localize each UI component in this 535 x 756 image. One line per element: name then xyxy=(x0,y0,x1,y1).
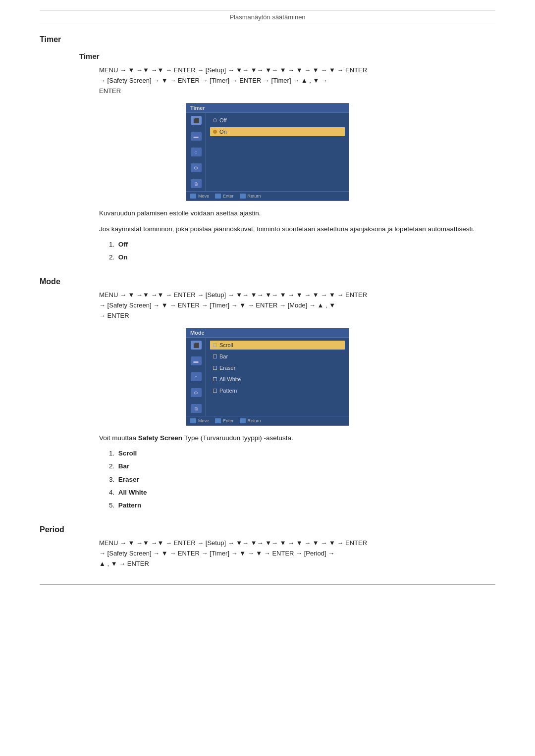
mode-option-pattern[interactable]: Pattern xyxy=(210,386,345,395)
mode-bottom-move: Move xyxy=(190,418,209,423)
mode-icon-1: ⬛ xyxy=(191,341,202,350)
timer-nav-text: MENU → ▼ →▼ →▼ → ENTER → [Setup] → ▼→ ▼→… xyxy=(99,65,495,96)
mode-option-scroll[interactable]: Scroll xyxy=(210,341,345,350)
mode-list-item-2: 2. Bar xyxy=(109,461,495,471)
timer-bottom-move: Move xyxy=(190,194,209,199)
mode-menu-title: Mode xyxy=(186,328,349,338)
timer-sub-heading: Timer xyxy=(79,52,495,60)
timer-menu-title: Timer xyxy=(186,103,349,113)
mode-bottom-bar: Move Enter Return xyxy=(186,416,349,425)
mode-nav-text: MENU → ▼ →▼ →▼ → ENTER → [Setup] → ▼→ ▼→… xyxy=(99,290,495,321)
timer-list-item-2: 2. On xyxy=(109,252,495,262)
mode-option-allwhite[interactable]: All White xyxy=(210,375,345,384)
mode-list-item-4: 4. All White xyxy=(109,488,495,498)
timer-menu-image: Timer ⬛ ▬ ○ ⚙ 🗎 Off On xyxy=(40,103,495,201)
page-title: Plasmanäytön säätäminen xyxy=(40,13,495,23)
timer-icon-1: ⬛ xyxy=(191,116,202,125)
mode-icon-4: ⚙ xyxy=(191,388,202,397)
timer-icon-5: 🗎 xyxy=(191,179,202,188)
timer-options-col: Off On xyxy=(206,113,349,191)
mode-bottom-enter: Enter xyxy=(215,418,234,423)
timer-bottom-enter: Enter xyxy=(215,194,234,199)
mode-bottom-return: Return xyxy=(240,418,261,423)
mode-icon-5: 🗎 xyxy=(191,404,202,413)
mode-option-eraser[interactable]: Eraser xyxy=(210,363,345,372)
mode-list-item-3: 3. Eraser xyxy=(109,475,495,485)
timer-desc2: Jos käynnistät toiminnon, joka poistaa j… xyxy=(99,224,495,235)
timer-icons-col: ⬛ ▬ ○ ⚙ 🗎 xyxy=(186,113,206,191)
timer-bottom-bar: Move Enter Return xyxy=(186,191,349,201)
mode-desc1: Voit muuttaa Safety Screen Type (Turvaru… xyxy=(99,433,495,444)
mode-option-bar[interactable]: Bar xyxy=(210,352,345,361)
mode-icon-2: ▬ xyxy=(191,356,202,365)
mode-list-item-5: 5. Pattern xyxy=(109,501,495,510)
timer-option-off[interactable]: Off xyxy=(210,116,345,125)
timer-option-on[interactable]: On xyxy=(210,127,345,136)
timer-desc1: Kuvaruudun palamisen estolle voidaan ase… xyxy=(99,208,495,219)
mode-section-heading: Mode xyxy=(40,277,495,286)
period-section-heading: Period xyxy=(40,525,495,534)
mode-list-item-1: 1. Scroll xyxy=(109,449,495,458)
mode-icons-col: ⬛ ▬ ○ ⚙ 🗎 xyxy=(186,338,206,416)
timer-icon-3: ○ xyxy=(191,148,202,156)
timer-icon-2: ▬ xyxy=(191,132,202,141)
mode-menu-image: Mode ⬛ ▬ ○ ⚙ 🗎 Scroll Bar xyxy=(40,328,495,426)
timer-section-heading: Timer xyxy=(40,35,495,44)
period-nav-text: MENU → ▼ →▼ →▼ → ENTER → [Setup] → ▼→ ▼→… xyxy=(99,538,495,569)
timer-icon-4: ⚙ xyxy=(191,163,202,172)
timer-list-item-1: 1. Off xyxy=(109,240,495,250)
timer-bottom-return: Return xyxy=(240,194,261,199)
mode-icon-3: ○ xyxy=(191,372,202,381)
mode-options-col: Scroll Bar Eraser All White xyxy=(206,338,349,416)
